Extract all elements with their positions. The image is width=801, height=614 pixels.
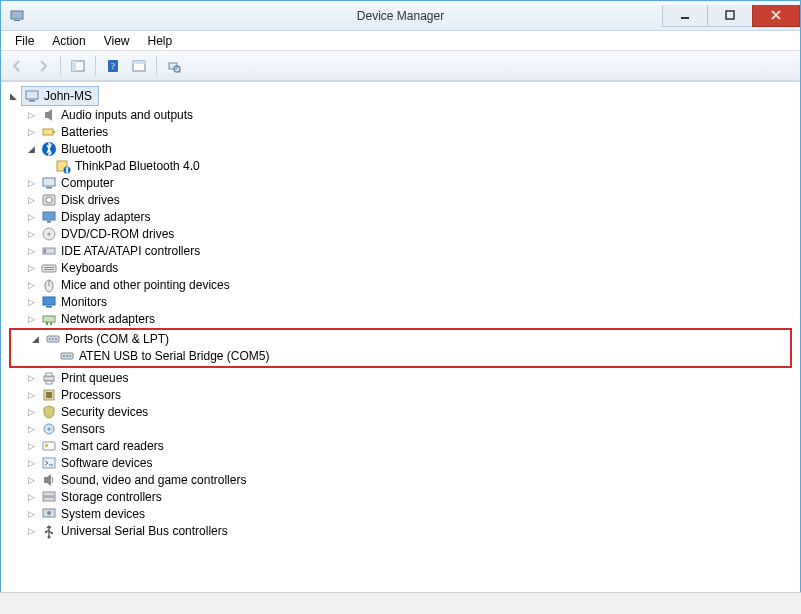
- properties-button[interactable]: [127, 54, 151, 78]
- expander-icon[interactable]: ▷: [25, 441, 37, 451]
- svg-rect-3: [726, 11, 734, 19]
- toolbar-separator: [156, 56, 157, 76]
- expander-icon[interactable]: ▷: [25, 212, 37, 222]
- svg-point-62: [47, 511, 51, 515]
- category-label: Sensors: [61, 422, 105, 436]
- display-icon: [41, 209, 57, 225]
- svg-rect-12: [26, 91, 38, 99]
- tree-category[interactable]: ▷Monitors: [7, 293, 794, 310]
- category-label: Sound, video and game controllers: [61, 473, 246, 487]
- category-label: Mice and other pointing devices: [61, 278, 230, 292]
- back-button[interactable]: [5, 54, 29, 78]
- tree-category[interactable]: ▷Mice and other pointing devices: [7, 276, 794, 293]
- svg-rect-32: [44, 269, 54, 270]
- forward-button[interactable]: [31, 54, 55, 78]
- show-hide-tree-button[interactable]: [66, 54, 90, 78]
- tree-category[interactable]: ▷Audio inputs and outputs: [7, 106, 794, 123]
- category-label: DVD/CD-ROM drives: [61, 227, 174, 241]
- tree-category[interactable]: ▷IDE ATA/ATAPI controllers: [7, 242, 794, 259]
- menu-help[interactable]: Help: [140, 32, 181, 50]
- tree-category[interactable]: ▷Keyboards: [7, 259, 794, 276]
- minimize-button[interactable]: [662, 5, 708, 27]
- expander-icon[interactable]: ▷: [25, 390, 37, 400]
- category-label: Network adapters: [61, 312, 155, 326]
- tree-category[interactable]: ▷Universal Serial Bus controllers: [7, 522, 794, 539]
- smartcard-icon: [41, 438, 57, 454]
- svg-rect-1: [14, 20, 20, 21]
- expander-icon[interactable]: ▷: [25, 280, 37, 290]
- expander-icon[interactable]: ▷: [25, 127, 37, 137]
- expander-icon[interactable]: ▷: [25, 492, 37, 502]
- svg-rect-30: [42, 265, 56, 272]
- expander-icon[interactable]: ▷: [25, 246, 37, 256]
- tree-category[interactable]: ▷Batteries: [7, 123, 794, 140]
- svg-point-43: [55, 338, 57, 340]
- tree-root[interactable]: John-MS: [21, 86, 99, 106]
- tree-device[interactable]: ThinkPad Bluetooth 4.0: [7, 157, 794, 174]
- category-label: Software devices: [61, 456, 152, 470]
- svg-rect-64: [51, 532, 53, 534]
- expander-icon[interactable]: ▷: [25, 263, 37, 273]
- expander-icon[interactable]: ▷: [25, 458, 37, 468]
- tree-device[interactable]: ATEN USB to Serial Bridge (COM5): [11, 347, 790, 364]
- tree-category[interactable]: ▷Display adapters: [7, 208, 794, 225]
- toolbar-separator: [60, 56, 61, 76]
- expander-icon[interactable]: ▷: [25, 526, 37, 536]
- device-tree: ◣John-MS▷Audio inputs and outputs▷Batter…: [1, 82, 800, 543]
- tree-category[interactable]: ◢Ports (COM & LPT): [11, 330, 790, 347]
- tree-category[interactable]: ▷Smart card readers: [7, 437, 794, 454]
- menu-action[interactable]: Action: [44, 32, 93, 50]
- category-label: Ports (COM & LPT): [65, 332, 169, 346]
- tree-category[interactable]: ▷System devices: [7, 505, 794, 522]
- device-tree-panel[interactable]: ◣John-MS▷Audio inputs and outputs▷Batter…: [1, 81, 800, 590]
- expander-icon[interactable]: ▷: [25, 373, 37, 383]
- svg-rect-2: [681, 17, 689, 19]
- device-label: ThinkPad Bluetooth 4.0: [75, 159, 200, 173]
- expander-icon[interactable]: ◢: [25, 144, 37, 154]
- expander-icon[interactable]: ▷: [25, 110, 37, 120]
- category-label: Storage controllers: [61, 490, 162, 504]
- expander-icon[interactable]: ▷: [25, 314, 37, 324]
- category-label: Universal Serial Bus controllers: [61, 524, 228, 538]
- tree-category[interactable]: ▷Security devices: [7, 403, 794, 420]
- expander-icon[interactable]: ▷: [25, 178, 37, 188]
- svg-point-45: [63, 355, 65, 357]
- maximize-button[interactable]: [707, 5, 753, 27]
- tree-category[interactable]: ▷DVD/CD-ROM drives: [7, 225, 794, 242]
- category-label: Keyboards: [61, 261, 118, 275]
- tree-category[interactable]: ▷Network adapters: [7, 310, 794, 327]
- menu-file[interactable]: File: [7, 32, 42, 50]
- expander-icon[interactable]: ▷: [25, 229, 37, 239]
- svg-rect-36: [46, 306, 52, 308]
- tree-category[interactable]: ▷Sensors: [7, 420, 794, 437]
- svg-rect-13: [29, 100, 35, 102]
- tree-category[interactable]: ▷Sound, video and game controllers: [7, 471, 794, 488]
- ide-icon: [41, 243, 57, 259]
- tree-category[interactable]: ▷Processors: [7, 386, 794, 403]
- expander-icon[interactable]: ▷: [25, 424, 37, 434]
- svg-rect-37: [43, 316, 55, 322]
- expander-icon[interactable]: ◢: [29, 334, 41, 344]
- tree-category[interactable]: ▷Disk drives: [7, 191, 794, 208]
- expander-icon[interactable]: ▷: [25, 509, 37, 519]
- tree-category[interactable]: ▷Print queues: [7, 369, 794, 386]
- tree-category[interactable]: ▷Software devices: [7, 454, 794, 471]
- close-button[interactable]: [752, 5, 800, 27]
- svg-rect-59: [43, 492, 55, 496]
- tree-category[interactable]: ▷Computer: [7, 174, 794, 191]
- expander-icon[interactable]: ▷: [25, 297, 37, 307]
- audio-icon: [41, 107, 57, 123]
- tree-category[interactable]: ◢Bluetooth: [7, 140, 794, 157]
- expander-icon[interactable]: ▷: [25, 407, 37, 417]
- menu-view[interactable]: View: [96, 32, 138, 50]
- software-icon: [41, 455, 57, 471]
- expander-icon[interactable]: ▷: [25, 475, 37, 485]
- tree-category[interactable]: ▷Storage controllers: [7, 488, 794, 505]
- system-icon: [41, 506, 57, 522]
- computer-icon: [41, 175, 57, 191]
- window-controls: [662, 5, 800, 27]
- scan-hardware-button[interactable]: [162, 54, 186, 78]
- expander-icon[interactable]: ▷: [25, 195, 37, 205]
- help-button[interactable]: ?: [101, 54, 125, 78]
- expander-icon[interactable]: ◣: [7, 91, 19, 101]
